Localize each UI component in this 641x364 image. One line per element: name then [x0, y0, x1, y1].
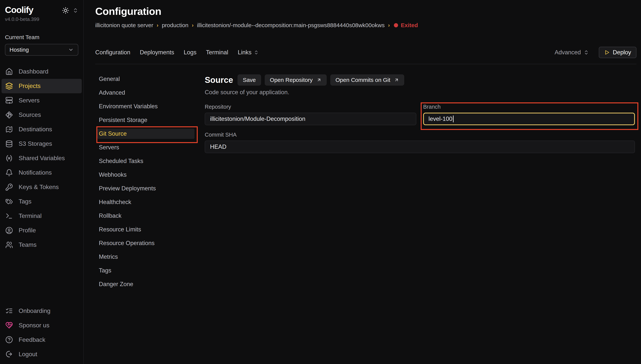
- subnav-item-preview-deployments[interactable]: Preview Deployments: [97, 182, 195, 195]
- subnav-item-label: Rollback: [97, 211, 195, 221]
- app-version: v4.0.0-beta.399: [5, 16, 78, 22]
- sidebar-item-sources[interactable]: Sources: [2, 108, 82, 122]
- heart-handshake-icon: [5, 322, 13, 329]
- users-icon: [5, 241, 13, 249]
- text-cursor: [453, 116, 454, 122]
- subnav-item-scheduled-tasks[interactable]: Scheduled Tasks: [97, 154, 195, 168]
- breadcrumb-environment[interactable]: production: [162, 22, 188, 28]
- subnav-item-rollback[interactable]: Rollback: [97, 209, 195, 223]
- repository-input[interactable]: illicitestonion/Module-Decomposition: [205, 113, 416, 125]
- subnav-item-persistent-storage[interactable]: Persistent Storage: [97, 113, 195, 127]
- sidebar-item-label: Onboarding: [19, 308, 50, 314]
- sidebar-item-terminal[interactable]: Terminal: [2, 209, 82, 223]
- branch-field: Branch level-100: [423, 104, 635, 125]
- sidebar-item-keys-tokens[interactable]: Keys & Tokens: [2, 180, 82, 194]
- sidebar-item-notifications[interactable]: Notifications: [2, 166, 82, 180]
- main-content: Configuration illicitonion quote server …: [84, 0, 641, 364]
- save-button[interactable]: Save: [238, 74, 261, 86]
- git-source-annotated: Git Source: [97, 127, 195, 140]
- subnav-item-tags[interactable]: Tags: [97, 264, 195, 277]
- breadcrumb-application[interactable]: illicitestonion/-module--decomposition:m…: [197, 22, 385, 28]
- sidebar-item-label: Shared Variables: [19, 155, 65, 162]
- layers-icon: [5, 82, 13, 90]
- subnav-item-label: Advanced: [97, 88, 195, 98]
- tab-logs[interactable]: Logs: [184, 49, 196, 56]
- page-header: Configuration illicitonion quote server …: [84, 0, 641, 28]
- chevrons-up-down-icon: [254, 50, 259, 55]
- sidebar-item-feedback[interactable]: Feedback: [2, 332, 82, 347]
- subnav-item-label: Persistent Storage: [97, 115, 195, 125]
- sidebar-item-projects[interactable]: Projects: [2, 79, 82, 93]
- subnav-item-general[interactable]: General: [97, 72, 195, 86]
- subnav-item-healthcheck[interactable]: Healthcheck: [97, 195, 195, 209]
- tab-links[interactable]: Links: [238, 49, 259, 56]
- subnav-item-label: Metrics: [97, 252, 195, 262]
- advanced-label: Advanced: [555, 49, 581, 56]
- open-repository-label: Open Repository: [270, 77, 313, 83]
- home-icon: [5, 68, 13, 76]
- subnav-item-label: Webhooks: [97, 170, 195, 180]
- open-repository-button[interactable]: Open Repository: [265, 74, 327, 86]
- database-icon: [5, 140, 13, 148]
- subnav-item-webhooks[interactable]: Webhooks: [97, 168, 195, 182]
- sidebar-item-tags[interactable]: Tags: [2, 194, 82, 209]
- sidebar-nav: Dashboard Projects Servers Sources Desti…: [2, 64, 82, 252]
- tab-links-label: Links: [238, 49, 252, 56]
- subnav-item-environment-variables[interactable]: Environment Variables: [97, 100, 195, 113]
- status-text: Exited: [401, 22, 418, 28]
- subnav-item-danger-zone[interactable]: Danger Zone: [97, 277, 195, 291]
- branch-value: level-100: [428, 116, 452, 122]
- sidebar-item-teams[interactable]: Teams: [2, 238, 82, 252]
- variable-icon: [5, 154, 13, 162]
- sidebar-item-s3-storages[interactable]: S3 Storages: [2, 136, 82, 151]
- arrow-up-right-icon: [394, 78, 399, 82]
- sidebar-item-label: S3 Storages: [19, 140, 52, 147]
- arrow-up-right-icon: [317, 78, 321, 82]
- subnav-item-resource-limits[interactable]: Resource Limits: [97, 223, 195, 236]
- key-icon: [5, 183, 13, 191]
- sidebar-item-label: Keys & Tokens: [19, 184, 59, 190]
- advanced-dropdown[interactable]: Advanced: [555, 49, 589, 56]
- subnav-item-resource-operations[interactable]: Resource Operations: [97, 236, 195, 250]
- theme-sun-icon[interactable]: [62, 7, 69, 14]
- subnav-item-label: Danger Zone: [97, 279, 195, 289]
- subnav-item-advanced[interactable]: Advanced: [97, 86, 195, 100]
- subnav-item-servers[interactable]: Servers: [97, 140, 195, 154]
- sidebar-item-label: Tags: [19, 198, 32, 205]
- subnav-item-label: General: [97, 74, 195, 84]
- breadcrumb-project[interactable]: illicitonion quote server: [95, 22, 153, 28]
- sidebar-item-sponsor-us[interactable]: Sponsor us: [2, 318, 82, 332]
- sidebar-item-dashboard[interactable]: Dashboard: [2, 64, 82, 79]
- sidebar-footer: Onboarding Sponsor us Feedback Logout: [2, 304, 82, 361]
- sidebar-item-label: Sources: [19, 111, 41, 118]
- sidebar-item-label: Feedback: [19, 336, 46, 343]
- sidebar-item-profile[interactable]: Profile: [2, 223, 82, 238]
- sidebar: Coolify v4.0.0-beta.399 Current Team Hos…: [0, 0, 84, 364]
- sidebar-item-onboarding[interactable]: Onboarding: [2, 304, 82, 318]
- branch-input[interactable]: level-100: [423, 113, 635, 125]
- subnav-item-label: Resource Limits: [97, 224, 195, 234]
- tab-configuration[interactable]: Configuration: [95, 49, 130, 56]
- commit-sha-field: Commit SHA HEAD: [205, 132, 635, 153]
- open-commits-button[interactable]: Open Commits on Git: [330, 74, 404, 86]
- commit-sha-input[interactable]: HEAD: [205, 140, 635, 153]
- deploy-button[interactable]: Deploy: [599, 47, 637, 58]
- user-circle-icon: [5, 227, 13, 234]
- sidebar-item-logout[interactable]: Logout: [2, 347, 82, 361]
- sidebar-item-shared-variables[interactable]: Shared Variables: [2, 151, 82, 166]
- logout-icon: [5, 350, 13, 358]
- chevrons-up-down-icon[interactable]: [73, 8, 78, 13]
- sidebar-item-label: Terminal: [19, 212, 42, 220]
- tab-deployments[interactable]: Deployments: [140, 49, 174, 56]
- team-select[interactable]: Hosting: [5, 44, 78, 56]
- sidebar-item-servers[interactable]: Servers: [2, 93, 82, 108]
- subnav-item-metrics[interactable]: Metrics: [97, 250, 195, 264]
- tabs: Configuration Deployments Logs Terminal …: [95, 49, 259, 56]
- subnav-item-git-source[interactable]: Git Source: [97, 127, 195, 140]
- breadcrumb-separator: ›: [157, 22, 158, 28]
- subnav-item-label: Environment Variables: [97, 101, 195, 112]
- repository-value: illicitestonion/Module-Decomposition: [210, 116, 305, 122]
- sidebar-item-label: Destinations: [19, 126, 52, 133]
- tab-terminal[interactable]: Terminal: [206, 49, 228, 56]
- sidebar-item-destinations[interactable]: Destinations: [2, 122, 82, 136]
